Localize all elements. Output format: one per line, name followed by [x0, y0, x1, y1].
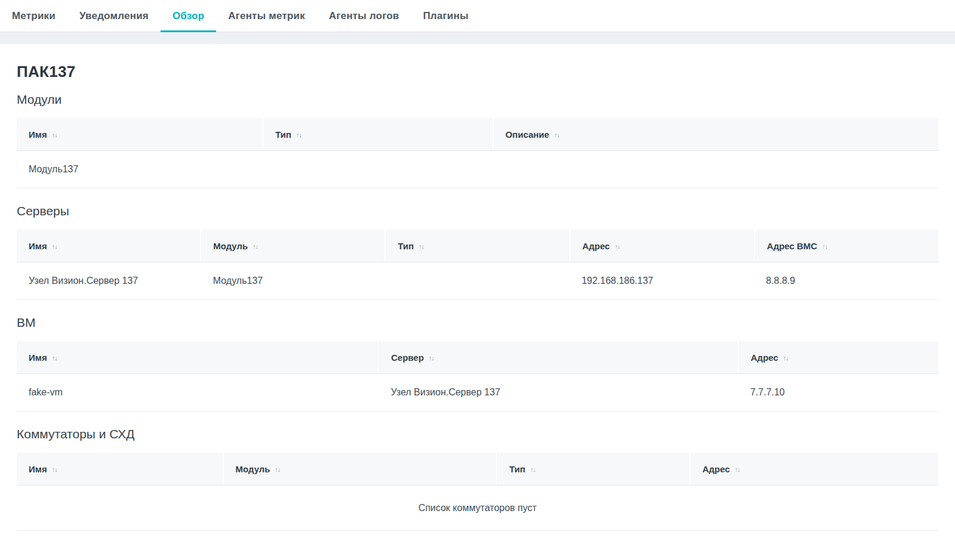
tab-notifications[interactable]: Уведомления	[67, 0, 161, 32]
section-title-switches-storage: Коммутаторы и СХД	[17, 427, 938, 441]
section-title-modules: Модули	[17, 92, 938, 107]
sort-icon[interactable]: ↑↓	[615, 243, 620, 250]
column-label: Сервер	[391, 352, 424, 363]
overview-content: ПАК137 МодулиИмя↑↓Тип↑↓Описание↑↓Модуль1…	[0, 63, 955, 531]
section-title-servers: Серверы	[17, 204, 938, 218]
table-cell: fake-vm	[17, 374, 379, 411]
table-cell	[263, 151, 492, 188]
sort-icon[interactable]: ↑↓	[822, 243, 827, 250]
sort-icon[interactable]: ↑↓	[530, 466, 535, 473]
column-label: Имя	[29, 241, 47, 251]
sort-icon[interactable]: ↑↓	[735, 466, 740, 473]
column-label: Адрес BMC	[767, 241, 817, 251]
table-row: Узел Визион.Сервер 137Модуль137192.168.1…	[17, 262, 938, 300]
tab-metric-agents[interactable]: Агенты метрик	[216, 0, 317, 32]
column-label: Тип	[509, 464, 525, 474]
section-switches-storage: Коммутаторы и СХДИмя↑↓Модуль↑↓Тип↑↓Адрес…	[17, 427, 938, 531]
column-header[interactable]: Тип↑↓	[386, 230, 569, 262]
sort-icon[interactable]: ↑↓	[554, 131, 559, 138]
table-header-servers: Имя↑↓Модуль↑↓Тип↑↓Адрес↑↓Адрес BMC↑↓	[17, 230, 938, 262]
column-header[interactable]: Адрес↑↓	[739, 341, 938, 373]
tab-metrics[interactable]: Метрики	[0, 0, 67, 32]
tab-log-agents[interactable]: Агенты логов	[317, 0, 411, 32]
table-header-modules: Имя↑↓Тип↑↓Описание↑↓	[17, 118, 938, 151]
table-header-vms: Имя↑↓Сервер↑↓Адрес↑↓	[17, 341, 938, 374]
sort-icon[interactable]: ↑↓	[783, 354, 788, 361]
sort-icon[interactable]: ↑↓	[275, 466, 281, 473]
column-header[interactable]: Модуль↑↓	[201, 230, 384, 262]
sort-icon[interactable]: ↑↓	[252, 243, 258, 250]
empty-state: Список коммутаторов пуст	[17, 485, 938, 531]
column-header[interactable]: Имя↑↓	[17, 453, 223, 485]
column-header[interactable]: Имя↑↓	[17, 118, 262, 150]
table-cell: Узел Визион.Сервер 137	[17, 262, 201, 299]
sort-icon[interactable]: ↑↓	[418, 243, 424, 250]
table-row: fake-vmУзел Визион.Сервер 1377.7.7.10	[17, 374, 938, 412]
table-vms: Имя↑↓Сервер↑↓Адрес↑↓fake-vmУзел Визион.С…	[17, 341, 938, 412]
sort-icon[interactable]: ↑↓	[52, 354, 57, 361]
column-label: Имя	[29, 352, 47, 363]
table-cell: Узел Визион.Сервер 137	[379, 374, 738, 411]
section-servers: СерверыИмя↑↓Модуль↑↓Тип↑↓Адрес↑↓Адрес BM…	[17, 204, 938, 300]
sort-icon[interactable]: ↑↓	[52, 131, 57, 138]
sort-icon[interactable]: ↑↓	[296, 131, 301, 138]
table-cell: 8.8.8.9	[754, 262, 938, 299]
table-cell	[492, 151, 938, 188]
section-vms: ВМИмя↑↓Сервер↑↓Адрес↑↓fake-vmУзел Визион…	[17, 315, 938, 412]
table-cell: 192.168.186.137	[569, 262, 754, 299]
table-cell: Модуль137	[17, 151, 263, 188]
column-header[interactable]: Адрес↑↓	[691, 453, 938, 485]
column-header[interactable]: Описание↑↓	[494, 118, 938, 150]
column-header[interactable]: Тип↑↓	[263, 118, 492, 150]
table-switches-storage: Имя↑↓Модуль↑↓Тип↑↓Адрес↑↓Список коммутат…	[17, 453, 938, 531]
column-header[interactable]: Имя↑↓	[17, 230, 200, 262]
table-cell	[386, 262, 570, 299]
tab-overview[interactable]: Обзор	[161, 0, 216, 32]
column-header[interactable]: Адрес BMC↑↓	[755, 230, 938, 262]
tab-plugins[interactable]: Плагины	[411, 0, 480, 32]
column-label: Модуль	[236, 464, 270, 474]
sort-icon[interactable]: ↑↓	[52, 243, 57, 250]
tab-bar: МетрикиУведомленияОбзорАгенты метрикАген…	[0, 0, 955, 32]
table-cell: 7.7.7.10	[738, 374, 938, 411]
sort-icon[interactable]: ↑↓	[429, 354, 434, 361]
table-servers: Имя↑↓Модуль↑↓Тип↑↓Адрес↑↓Адрес BMC↑↓Узел…	[17, 230, 938, 300]
table-header-switches-storage: Имя↑↓Модуль↑↓Тип↑↓Адрес↑↓	[17, 453, 938, 485]
column-label: Адрес	[583, 241, 610, 251]
table-modules: Имя↑↓Тип↑↓Описание↑↓Модуль137	[17, 118, 938, 188]
column-label: Адрес	[751, 352, 778, 363]
page-strip	[0, 32, 955, 44]
column-label: Тип	[275, 129, 291, 140]
column-header[interactable]: Тип↑↓	[497, 453, 689, 485]
column-label: Имя	[29, 464, 47, 474]
section-modules: МодулиИмя↑↓Тип↑↓Описание↑↓Модуль137	[17, 92, 938, 188]
column-label: Имя	[29, 129, 47, 140]
column-label: Адрес	[703, 464, 730, 474]
sections-container: МодулиИмя↑↓Тип↑↓Описание↑↓Модуль137Серве…	[17, 92, 938, 531]
sort-icon[interactable]: ↑↓	[52, 466, 57, 473]
table-row: Модуль137	[17, 151, 938, 188]
section-title-vms: ВМ	[17, 315, 938, 330]
column-label: Описание	[506, 129, 549, 140]
column-header[interactable]: Имя↑↓	[17, 341, 378, 373]
column-label: Тип	[398, 241, 414, 251]
column-header[interactable]: Модуль↑↓	[224, 453, 497, 485]
column-header[interactable]: Сервер↑↓	[379, 341, 738, 373]
table-cell: Модуль137	[201, 262, 386, 299]
column-label: Модуль	[213, 241, 248, 251]
page-title: ПАК137	[17, 63, 938, 81]
column-header[interactable]: Адрес↑↓	[571, 230, 754, 262]
